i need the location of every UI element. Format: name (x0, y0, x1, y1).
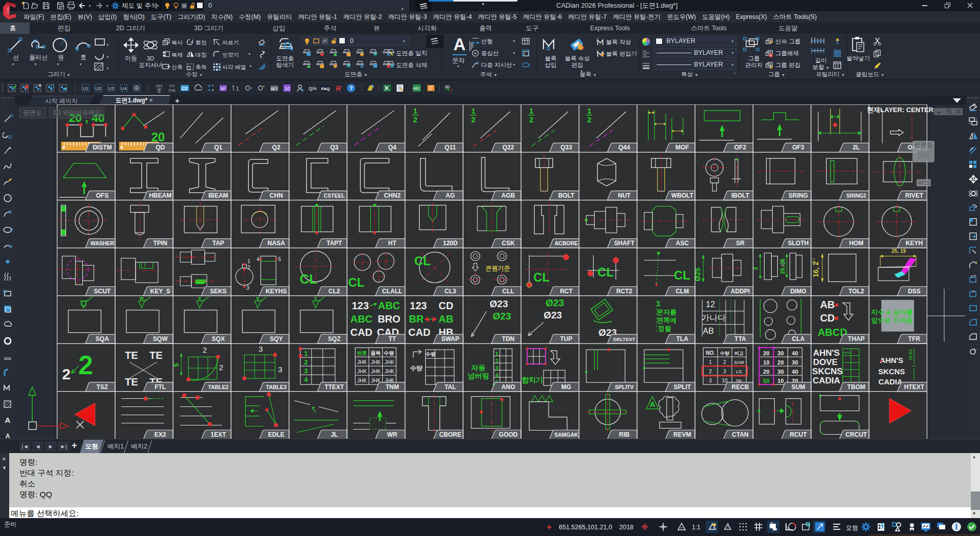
svg-text:120D: 120D (443, 240, 458, 247)
svg-text:자동: 자동 (470, 363, 485, 372)
svg-text:SRING: SRING (788, 192, 808, 199)
svg-text:KEYH: KEYH (905, 240, 922, 247)
svg-text:JHK: JHK (357, 378, 366, 383)
svg-text:DOVE: DOVE (813, 357, 837, 367)
svg-text:Q1: Q1 (214, 144, 222, 151)
svg-text:30: 30 (777, 369, 783, 375)
svg-text:SCUT: SCUT (94, 288, 111, 295)
svg-text:NASA: NASA (267, 240, 285, 247)
svg-text:20: 20 (763, 350, 769, 356)
svg-text:CD: CD (820, 312, 835, 324)
svg-text:SPLITV: SPLITV (615, 384, 634, 390)
svg-text:FAQ: FAQ (321, 87, 330, 91)
svg-text:2: 2 (723, 359, 726, 365)
svg-text:JHK: JHK (357, 369, 366, 374)
svg-text:3: 3 (495, 365, 498, 371)
svg-text:TXT: TXT (156, 84, 163, 88)
svg-text:DIMO: DIMO (790, 288, 806, 295)
svg-text:문자를: 문자를 (657, 308, 677, 316)
svg-text:Q44: Q44 (618, 144, 630, 151)
svg-text:2: 2 (247, 265, 250, 270)
svg-text:ABC: ABC (378, 300, 400, 311)
svg-text:AG: AG (445, 192, 454, 199)
svg-text:3: 3 (278, 365, 282, 374)
svg-text:TAP: TAP (212, 240, 224, 247)
svg-text:CAD: CAD (350, 327, 372, 338)
svg-text:왼쪽에: 왼쪽에 (657, 316, 677, 324)
svg-text:40: 40 (792, 350, 798, 356)
svg-text:SQW: SQW (153, 335, 167, 342)
svg-text:RCUT: RCUT (790, 431, 807, 438)
svg-text:TSZ: TSZ (96, 383, 108, 391)
svg-text:3: 3 (258, 345, 263, 353)
svg-text:앞으로 가져옴: 앞으로 가져옴 (871, 316, 913, 324)
svg-text:1: 1 (304, 350, 308, 357)
svg-text:25, 19: 25, 19 (891, 248, 906, 254)
svg-text:?: ? (350, 85, 353, 91)
svg-text:SQA: SQA (95, 335, 108, 342)
svg-text:TTEXT: TTEXT (324, 383, 344, 391)
svg-text:Q22: Q22 (502, 144, 514, 151)
svg-text:RCT: RCT (560, 288, 573, 295)
svg-text:AHN'S: AHN'S (813, 348, 839, 358)
svg-text:SET: SET (270, 87, 278, 91)
svg-text:정렬: 정렬 (658, 325, 671, 332)
svg-text:3: 3 (304, 367, 308, 375)
svg-text:DISTM: DISTM (93, 144, 112, 151)
svg-text:JHK: JHK (384, 359, 394, 365)
svg-text:5: 5 (278, 256, 281, 262)
svg-text:2L: 2L (853, 144, 860, 151)
svg-text:CSK: CSK (502, 240, 515, 247)
svg-text:SUM: SUM (791, 383, 805, 391)
svg-text:BR: BR (409, 313, 424, 325)
svg-text:HTEXT: HTEXT (904, 383, 924, 391)
svg-text:IBOLT: IBOLT (731, 192, 749, 199)
svg-text:R: R (336, 84, 341, 93)
svg-text:CADIA: CADIA (812, 376, 840, 385)
svg-text:TAPT: TAPT (326, 240, 342, 247)
svg-text:BRO: BRO (377, 313, 400, 325)
svg-text:CL: CL (299, 271, 317, 287)
svg-text:2: 2 (529, 115, 533, 124)
svg-text:1: 1 (587, 106, 591, 115)
svg-text:넘버링: 넘버링 (467, 372, 489, 380)
svg-text:+0.1: +0.1 (811, 258, 815, 265)
svg-text:M²: M² (221, 86, 226, 91)
svg-text:NUT: NUT (618, 192, 630, 199)
svg-text:수량: 수량 (410, 365, 422, 372)
svg-text:GOOD: GOOD (498, 431, 517, 438)
svg-text:123: 123 (409, 300, 426, 311)
svg-text:TOL2: TOL2 (848, 288, 864, 295)
svg-text:CSTEEL: CSTEEL (323, 193, 345, 199)
svg-text:SWAP: SWAP (441, 335, 459, 342)
svg-text:NO.: NO. (706, 350, 715, 356)
svg-text:AB: AB (439, 313, 453, 325)
svg-text:A: A (649, 400, 655, 409)
svg-text:CLL: CLL (502, 288, 514, 295)
svg-text:ADDPI: ADDPI (730, 288, 749, 295)
svg-text:5: 5 (172, 363, 180, 367)
svg-text:ASC: ASC (676, 240, 689, 247)
svg-text:SKCNS: SKCNS (812, 367, 842, 376)
svg-text:20: 20 (151, 130, 165, 144)
svg-text:1EXT: 1EXT (210, 431, 226, 438)
svg-text:ABC: ABC (350, 313, 372, 325)
svg-text:CL: CL (597, 265, 614, 279)
svg-text:AB: AB (820, 299, 835, 310)
svg-text:WBOLT: WBOLT (671, 192, 693, 199)
svg-text:Q33: Q33 (560, 144, 572, 151)
svg-text:AB: AB (703, 327, 713, 335)
svg-text:50: 50 (763, 378, 769, 384)
svg-text:JHK: JHK (371, 369, 380, 374)
svg-text:SQX: SQX (211, 335, 224, 342)
svg-text:OF2: OF2 (734, 144, 746, 151)
svg-text:SPLIT: SPLIT (673, 383, 691, 391)
svg-text:SKCNS: SKCNS (878, 367, 904, 376)
svg-text:TFR: TFR (908, 335, 920, 342)
svg-text:ANO: ANO (501, 383, 515, 391)
svg-text:12: 12 (706, 300, 715, 309)
svg-text:CAD: CAD (408, 327, 430, 338)
svg-text:1: 1 (709, 359, 712, 365)
svg-text:TNM: TNM (385, 383, 399, 391)
svg-text:SEKS: SEKS (210, 288, 227, 295)
